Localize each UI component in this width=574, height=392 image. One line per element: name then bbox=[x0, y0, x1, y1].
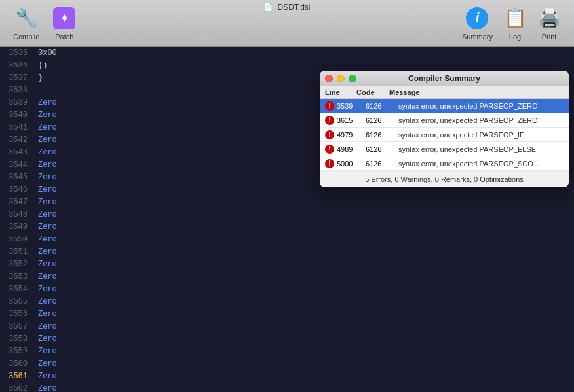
code-line: Zero bbox=[38, 383, 574, 392]
line-number: 3536 bbox=[3, 60, 33, 72]
error-code: 6126 bbox=[366, 160, 398, 168]
col-message-header: Message bbox=[389, 88, 564, 96]
error-line: 4989 bbox=[337, 145, 366, 153]
patch-button[interactable]: ✦ Patch bbox=[52, 7, 76, 41]
line-number: 3559 bbox=[3, 346, 33, 358]
summary-button[interactable]: i Summary bbox=[462, 7, 493, 41]
compile-label: Compile bbox=[13, 33, 39, 41]
compile-button[interactable]: 🔧 Compile bbox=[13, 7, 39, 41]
toolbar: 🔧 Compile ✦ Patch 📄 DSDT.dsl i Summary 📋… bbox=[0, 0, 574, 47]
error-icon: ! bbox=[325, 116, 334, 125]
dialog-footer: 5 Errors, 0 Warnings, 0 Remarks, 0 Optim… bbox=[320, 171, 569, 187]
error-message: syntax error, unexpected PARSEOP_SCO... bbox=[398, 160, 564, 168]
print-label: Print bbox=[542, 33, 557, 41]
code-line: Zero bbox=[38, 296, 574, 308]
col-code-header: Code bbox=[356, 88, 389, 96]
line-number: 3535 bbox=[3, 47, 33, 60]
dialog-error-row[interactable]: !49896126syntax error, unexpected PARSEO… bbox=[320, 142, 569, 156]
code-line: Zero bbox=[38, 234, 574, 246]
error-line: 3539 bbox=[337, 102, 366, 110]
line-number: 3554 bbox=[3, 283, 33, 296]
line-number: 3557 bbox=[3, 321, 33, 333]
dialog-title: Compiler Summary bbox=[408, 74, 480, 83]
log-icon: 📋 bbox=[503, 7, 527, 30]
window-title-area: 📄 DSDT.dsl bbox=[263, 3, 310, 12]
error-code: 6126 bbox=[366, 145, 398, 153]
col-line-header: Line bbox=[325, 88, 356, 96]
line-number: 3541 bbox=[3, 122, 33, 134]
line-number: 3538 bbox=[3, 84, 33, 97]
log-label: Log bbox=[509, 33, 521, 41]
line-number: 3556 bbox=[3, 308, 33, 321]
code-line: Zero bbox=[38, 258, 574, 271]
error-line: 4979 bbox=[337, 131, 366, 139]
code-line: Zero bbox=[38, 196, 574, 209]
print-icon: 🖨️ bbox=[537, 7, 561, 30]
code-line: Zero bbox=[38, 358, 574, 370]
line-number: 3558 bbox=[3, 333, 33, 346]
dialog-error-row[interactable]: !50006126syntax error, unexpected PARSEO… bbox=[320, 156, 569, 171]
line-number: 3547 bbox=[3, 196, 33, 209]
code-line: Zero bbox=[38, 321, 574, 333]
traffic-lights bbox=[325, 75, 356, 82]
summary-icon-wrap: i bbox=[465, 7, 489, 30]
compile-icon: 🔧 bbox=[14, 7, 38, 30]
error-icon: ! bbox=[325, 101, 334, 111]
line-number: 3549 bbox=[3, 221, 33, 234]
line-number: 3560 bbox=[3, 358, 33, 370]
error-summary: 5 Errors, 0 Warnings, 0 Remarks, 0 Optim… bbox=[365, 175, 524, 183]
dialog-error-row[interactable]: !49796126syntax error, unexpected PARSEO… bbox=[320, 128, 569, 142]
log-button[interactable]: 📋 Log bbox=[503, 7, 527, 41]
dialog-titlebar: Compiler Summary bbox=[320, 71, 569, 86]
compiler-summary-dialog: Compiler Summary Line Code Message !3539… bbox=[320, 71, 569, 187]
error-icon: ! bbox=[325, 159, 334, 168]
summary-label: Summary bbox=[462, 33, 493, 41]
dialog-rows: !35396126syntax error, unexpected PARSEO… bbox=[320, 99, 569, 171]
line-number: 3553 bbox=[3, 271, 33, 283]
code-line: Zero bbox=[38, 271, 574, 283]
line-number: 3540 bbox=[3, 109, 33, 122]
line-number: 3542 bbox=[3, 134, 33, 147]
dialog-error-row[interactable]: !36156126syntax error, unexpected PARSEO… bbox=[320, 113, 569, 128]
line-numbers: 3535353635373538353935403541354235433544… bbox=[0, 47, 33, 392]
error-message: syntax error, unexpected PARSEOP_ZERO bbox=[398, 102, 564, 110]
summary-icon: i bbox=[466, 7, 488, 29]
minimize-button[interactable] bbox=[337, 75, 345, 82]
print-button[interactable]: 🖨️ Print bbox=[537, 7, 561, 41]
error-code: 6126 bbox=[366, 116, 398, 124]
code-line: Zero bbox=[38, 333, 574, 346]
window-title-icon: 📄 bbox=[263, 3, 273, 12]
patch-label: Patch bbox=[55, 33, 73, 41]
error-icon: ! bbox=[325, 130, 334, 139]
code-line: Zero bbox=[38, 209, 574, 221]
window-title: DSDT.dsl bbox=[277, 3, 310, 12]
error-line: 5000 bbox=[337, 160, 366, 168]
close-button[interactable] bbox=[325, 75, 333, 82]
line-number: 3545 bbox=[3, 171, 33, 184]
line-number: 3543 bbox=[3, 147, 33, 159]
line-number: 3561 bbox=[3, 370, 33, 383]
code-line: Zero bbox=[38, 308, 574, 321]
line-number: 3562 bbox=[3, 383, 33, 392]
line-number: 3537 bbox=[3, 72, 33, 84]
line-number: 3550 bbox=[3, 234, 33, 246]
line-number: 3552 bbox=[3, 258, 33, 271]
line-number: 3551 bbox=[3, 246, 33, 258]
code-line: Zero bbox=[38, 370, 574, 383]
error-icon: ! bbox=[325, 145, 334, 154]
toolbar-left: 🔧 Compile ✦ Patch bbox=[13, 7, 76, 41]
error-message: syntax error, unexpected PARSEOP_ZERO bbox=[398, 116, 564, 124]
line-number: 3544 bbox=[3, 159, 33, 171]
dialog-error-row[interactable]: !35396126syntax error, unexpected PARSEO… bbox=[320, 99, 569, 113]
patch-icon: ✦ bbox=[52, 7, 76, 30]
maximize-button[interactable] bbox=[349, 75, 356, 82]
error-line: 3615 bbox=[337, 116, 366, 124]
code-line: Zero bbox=[38, 246, 574, 258]
error-code: 6126 bbox=[366, 131, 398, 139]
error-message: syntax error, unexpected PARSEOP_ELSE bbox=[398, 145, 564, 153]
line-number: 3546 bbox=[3, 184, 33, 196]
code-line: Zero bbox=[38, 346, 574, 358]
error-code: 6126 bbox=[366, 102, 398, 110]
error-message: syntax error, unexpected PARSEOP_IF bbox=[398, 131, 564, 139]
toolbar-right: i Summary 📋 Log 🖨️ Print bbox=[462, 7, 561, 41]
